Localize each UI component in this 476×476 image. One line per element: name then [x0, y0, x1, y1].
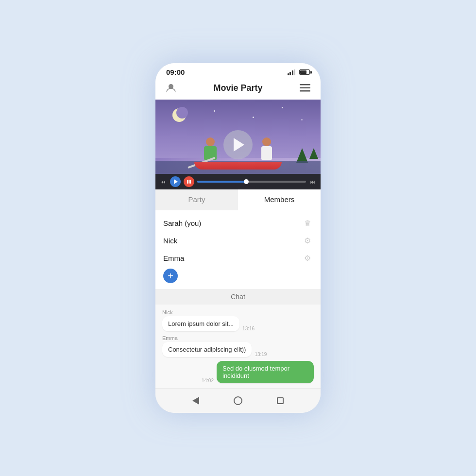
home-button[interactable] [231, 393, 245, 408]
member-name-emma: Emma [163, 254, 184, 262]
star-1 [214, 110, 215, 112]
star-3 [282, 107, 283, 108]
chat-message-wrapper-emma: Consectetur adipiscing elit)) 13:19 [162, 342, 314, 357]
gear-icon-emma[interactable]: ⚙ [302, 253, 313, 263]
tab-members[interactable]: Members [238, 189, 321, 210]
skip-back-button[interactable] [159, 178, 167, 186]
bottom-nav [155, 388, 321, 413]
chat-message-outgoing: Sed do eiusmod tempor incididunt 14:02 [162, 361, 314, 383]
back-button[interactable] [188, 393, 203, 408]
video-scene [155, 100, 321, 189]
chat-sender-nick: Nick [162, 309, 314, 315]
phone-wrapper: 09:00 Movie Party [155, 63, 321, 413]
home-circle-icon [234, 396, 242, 405]
member-name-sarah: Sarah (you) [163, 219, 201, 227]
chat-header: Chat [155, 289, 321, 305]
battery-icon [299, 69, 310, 75]
status-time: 09:00 [166, 68, 185, 76]
recents-square-icon [277, 397, 284, 404]
gear-icon-nick[interactable]: ⚙ [302, 235, 313, 246]
members-section: Sarah (you) ♛ Nick ⚙ Emma ⚙ + [155, 210, 321, 289]
chat-message-wrapper-outgoing: Sed do eiusmod tempor incididunt 14:02 [202, 361, 314, 383]
skip-forward-button[interactable] [309, 178, 317, 186]
star-2 [253, 117, 254, 118]
chat-message-emma: Emma Consectetur adipiscing elit)) 13:19 [162, 335, 314, 357]
app-header: Movie Party [155, 79, 321, 100]
play-button[interactable] [170, 176, 181, 187]
tab-party[interactable]: Party [155, 189, 238, 210]
member-name-nick: Nick [163, 237, 177, 245]
crown-icon: ♛ [302, 218, 313, 228]
person-woman [261, 137, 272, 160]
app-title: Movie Party [213, 83, 262, 93]
play-overlay[interactable] [223, 130, 253, 159]
chat-bubble-outgoing: Sed do eiusmod tempor incididunt [217, 361, 314, 383]
pause-button[interactable] [184, 176, 194, 187]
tabs-container: Party Members [155, 189, 321, 210]
chat-bubble-nick: Lorem ipsum dolor sit... [162, 316, 239, 331]
status-bar: 09:00 [155, 63, 321, 79]
chat-message-wrapper-nick: Lorem ipsum dolor sit... 13:16 [162, 316, 314, 331]
member-row-nick: Nick ⚙ [163, 232, 313, 249]
menu-icon[interactable] [298, 81, 312, 95]
chat-area: Nick Lorem ipsum dolor sit... 13:16 Emma… [155, 305, 321, 388]
chat-header-label: Chat [231, 293, 245, 301]
chat-bubble-emma: Consectetur adipiscing elit)) [162, 342, 252, 357]
add-member-button[interactable]: + [163, 269, 178, 283]
add-member-icon: + [168, 271, 173, 281]
signal-icon [288, 69, 296, 75]
status-icons [288, 69, 310, 75]
svg-rect-2 [300, 87, 310, 89]
chat-time-nick: 13:16 [242, 326, 255, 331]
svg-rect-3 [300, 90, 310, 92]
progress-thumb [244, 179, 249, 184]
play-triangle [234, 138, 244, 152]
recents-button[interactable] [273, 393, 288, 408]
member-row-emma: Emma ⚙ [163, 249, 313, 267]
chat-time-emma: 13:19 [255, 352, 267, 357]
profile-icon[interactable] [164, 81, 178, 95]
pause-button-icon [187, 180, 191, 184]
chat-sender-emma: Emma [162, 335, 314, 341]
member-row-sarah: Sarah (you) ♛ [163, 214, 313, 232]
back-triangle-icon [192, 397, 199, 405]
play-button-icon [174, 179, 178, 184]
progress-fill [197, 181, 246, 183]
svg-rect-1 [300, 84, 310, 85]
moon [172, 108, 186, 122]
boat-hull [194, 162, 282, 170]
video-controls [155, 174, 321, 189]
star-4 [301, 119, 303, 120]
chat-time-outgoing: 14:02 [202, 378, 214, 383]
video-player[interactable] [155, 100, 321, 189]
progress-bar[interactable] [197, 181, 306, 183]
chat-message-nick: Nick Lorem ipsum dolor sit... 13:16 [162, 309, 314, 331]
